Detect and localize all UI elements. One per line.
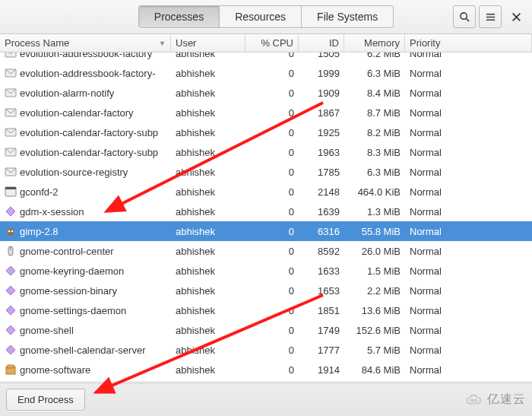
process-cpu: 0 [245, 87, 299, 99]
column-memory[interactable]: Memory [344, 34, 405, 52]
svg-point-19 [11, 230, 14, 233]
header-bar: ProcessesResourcesFile Systems [0, 0, 532, 34]
table-row[interactable]: evolution-calendar-factory-subpabhishek0… [0, 142, 532, 162]
process-memory: 464.0 KiB [344, 186, 405, 198]
process-memory: 2.2 MiB [344, 285, 405, 297]
process-cpu: 0 [245, 364, 299, 376]
process-memory: 84.6 MiB [344, 364, 405, 376]
process-name: gnome-software [20, 364, 90, 376]
svg-point-18 [8, 230, 11, 233]
table-row[interactable]: gdm-x-sessionabhishek016391.3 MiBNormal [0, 202, 532, 221]
process-name: gnome-shell [20, 325, 74, 336]
process-name: evolution-addressbook-factory [20, 52, 152, 59]
svg-marker-23 [6, 286, 15, 295]
process-user: abhishek [171, 167, 245, 178]
process-memory: 26.0 MiB [344, 246, 405, 257]
column-process-name[interactable]: Process Name ▼ [0, 34, 171, 52]
column-cpu[interactable]: % CPU [245, 34, 299, 52]
table-row[interactable]: gnome-settings-daemonabhishek0185113.6 M… [0, 300, 532, 320]
process-id: 1963 [299, 147, 344, 158]
process-icon [5, 87, 17, 99]
close-button[interactable] [505, 5, 527, 28]
process-priority: Normal [405, 285, 532, 297]
table-row[interactable]: gnome-session-binaryabhishek016532.2 MiB… [0, 281, 532, 300]
tab-resources[interactable]: Resources [220, 6, 302, 27]
header-icons [453, 5, 527, 28]
tab-file-systems[interactable]: File Systems [302, 6, 393, 27]
table-row[interactable]: gnome-control-centerabhishek0859226.0 Mi… [0, 241, 532, 261]
process-name: gnome-settings-daemon [20, 305, 126, 316]
table-row[interactable]: gimp-2.8abhishek0631655.8 MiBNormal [0, 221, 532, 241]
table-row[interactable]: evolution-alarm-notifyabhishek019098.4 M… [0, 83, 532, 103]
table-row[interactable]: gnome-shell-calendar-serverabhishek01777… [0, 340, 532, 360]
column-label: % CPU [261, 37, 293, 49]
process-user: abhishek [171, 87, 245, 99]
process-priority: Normal [405, 68, 532, 79]
svg-point-29 [470, 399, 473, 402]
svg-line-1 [466, 18, 469, 21]
process-user: abhishek [171, 52, 245, 59]
process-name: evolution-calendar-factory [20, 107, 134, 119]
menu-button[interactable] [479, 5, 502, 28]
table-row[interactable]: evolution-addressbook-factoryabhishek015… [0, 52, 532, 63]
process-list[interactable]: evolution-addressbook-factoryabhishek015… [0, 52, 532, 381]
process-memory: 55.8 MiB [344, 226, 405, 237]
end-process-button[interactable]: End Process [6, 389, 85, 411]
table-row[interactable]: gnome-softwareabhishek0191484.6 MiBNorma… [0, 360, 532, 379]
table-row[interactable]: gnome-keyring-daemonabhishek016331.5 MiB… [0, 261, 532, 281]
table-row[interactable]: evolution-calendar-factoryabhishek018678… [0, 103, 532, 122]
process-user: abhishek [171, 147, 245, 158]
process-user: abhishek [171, 127, 245, 138]
process-cpu: 0 [245, 345, 299, 356]
table-row[interactable]: evolution-calendar-factory-subpabhishek0… [0, 122, 532, 142]
search-icon [459, 11, 470, 23]
process-id: 2148 [299, 186, 344, 198]
process-id: 1785 [299, 167, 344, 178]
cloud-icon [466, 394, 484, 406]
process-name: gnome-shell-calendar-server [20, 345, 145, 356]
table-row[interactable]: evolution-source-registryabhishek017856.… [0, 162, 532, 182]
process-priority: Normal [405, 305, 532, 316]
process-id: 1653 [299, 285, 344, 297]
process-user: abhishek [171, 345, 245, 356]
process-name: evolution-alarm-notify [20, 87, 114, 99]
process-memory: 8.4 MiB [344, 87, 405, 99]
svg-marker-26 [6, 345, 15, 354]
process-id: 1909 [299, 87, 344, 99]
process-priority: Normal [405, 127, 532, 138]
process-memory: 13.6 MiB [344, 305, 405, 316]
process-user: abhishek [171, 305, 245, 316]
process-id: 8592 [299, 246, 344, 257]
process-cpu: 0 [245, 52, 299, 59]
process-cpu: 0 [245, 127, 299, 138]
search-button[interactable] [453, 5, 476, 28]
process-name: gnome-keyring-daemon [20, 265, 124, 277]
process-memory: 6.2 MiB [344, 52, 405, 59]
process-memory: 8.2 MiB [344, 127, 405, 138]
process-user: abhishek [171, 107, 245, 119]
table-row[interactable]: gnome-shellabhishek01749152.6 MiBNormal [0, 320, 532, 340]
process-priority: Normal [405, 364, 532, 376]
process-cpu: 0 [245, 68, 299, 79]
process-id: 6316 [299, 226, 344, 237]
view-tabs: ProcessesResourcesFile Systems [138, 5, 394, 28]
column-priority[interactable]: Priority [405, 34, 532, 52]
table-row[interactable]: gconfd-2abhishek02148464.0 KiBNormal [0, 182, 532, 202]
process-memory: 6.3 MiB [344, 68, 405, 79]
process-priority: Normal [405, 87, 532, 99]
process-memory: 1.3 MiB [344, 206, 405, 218]
process-priority: Normal [405, 226, 532, 237]
process-id: 1633 [299, 265, 344, 277]
column-header-row: Process Name ▼ User % CPU ID Memory Prio… [0, 34, 532, 52]
process-icon [5, 245, 17, 257]
tab-processes[interactable]: Processes [139, 6, 220, 27]
process-id: 1505 [299, 52, 344, 59]
table-row[interactable]: evolution-addressbook-factory-abhishek01… [0, 63, 532, 83]
process-priority: Normal [405, 107, 532, 119]
process-memory: 152.6 MiB [344, 325, 405, 336]
column-user[interactable]: User [171, 34, 245, 52]
process-icon [5, 166, 17, 178]
column-id[interactable]: ID [299, 34, 344, 52]
process-cpu: 0 [245, 226, 299, 237]
process-name: gimp-2.8 [20, 226, 59, 237]
